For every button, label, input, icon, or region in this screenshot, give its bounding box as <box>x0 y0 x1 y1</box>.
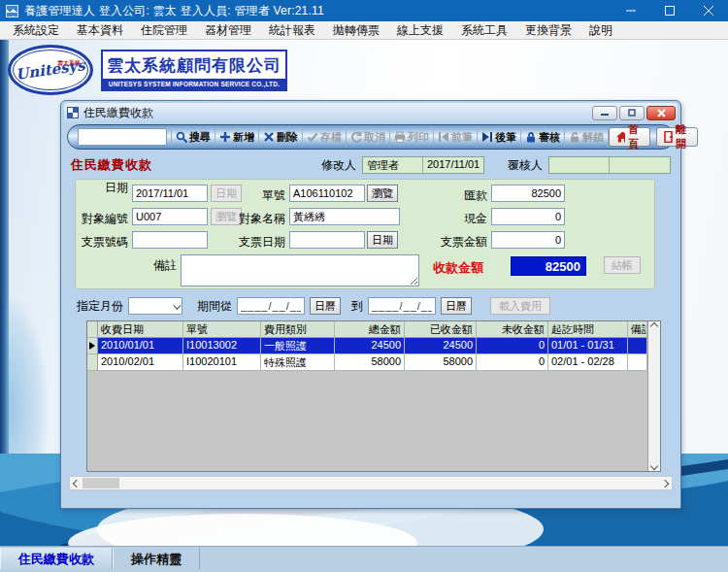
taskbar-tab-wizard[interactable]: 操作精靈 <box>113 548 200 569</box>
client-name-field[interactable] <box>289 208 400 225</box>
menu-item-online-support[interactable]: 線上支援 <box>388 21 452 40</box>
period-from-field[interactable] <box>237 297 305 315</box>
calendar-from-button[interactable]: 日曆 <box>310 297 341 315</box>
memo-field[interactable] <box>181 254 419 286</box>
company-logo: 雲太系統 Unitesys <box>8 45 93 95</box>
dialog-minimize-button[interactable] <box>592 106 617 120</box>
previous-icon <box>438 131 449 143</box>
menu-item-system-settings[interactable]: 系統設定 <box>4 21 68 40</box>
form-header-row: 住民繳費收款 修改人 管理者 2017/11/01 覆核人 <box>71 154 671 176</box>
exit-button[interactable]: 離開 <box>656 127 698 147</box>
menu-item-change-background[interactable]: 更換背景 <box>516 21 580 40</box>
table-row[interactable]: 2010/02/01 I10020101 特殊照護 58000 58000 0 … <box>87 354 647 371</box>
remit-field[interactable] <box>491 185 565 202</box>
next-icon <box>481 131 493 143</box>
check-amount-label: 支票金額 <box>417 234 487 251</box>
total-amount-value: 82500 <box>511 256 586 276</box>
add-button[interactable]: 新增 <box>215 127 259 147</box>
col-header-fee-type[interactable]: 費用類別 <box>261 321 335 338</box>
grid-header-row: 收費日期 單號 費用類別 總金額 已收金額 未收金額 起訖時間 備註 <box>87 321 647 338</box>
grid-gutter-header <box>87 321 98 338</box>
col-header-total[interactable]: 總金額 <box>335 321 405 338</box>
home-button[interactable]: 首頁 <box>609 127 650 147</box>
close-button[interactable] <box>689 0 728 21</box>
horizontal-scrollbar[interactable] <box>69 476 673 490</box>
load-fees-button[interactable]: 載入費用 <box>490 297 550 315</box>
unlock-button[interactable]: 解鎖 <box>565 127 609 147</box>
scroll-down-icon <box>650 462 658 470</box>
menu-item-vouchers[interactable]: 拋轉傳票 <box>324 21 388 40</box>
company-name-zh: 雲太系統顧問有限公司 <box>103 51 285 79</box>
dialog-close-button[interactable] <box>646 106 676 120</box>
maximize-button[interactable] <box>650 0 689 21</box>
app-icon <box>6 5 18 17</box>
home-icon <box>616 131 625 143</box>
menu-item-equipment[interactable]: 器材管理 <box>196 21 260 40</box>
check-date-picker-button[interactable]: 日期 <box>367 231 398 249</box>
cash-field[interactable] <box>491 208 565 225</box>
menu-item-reports[interactable]: 統計報表 <box>260 21 324 40</box>
settle-button[interactable]: 結帳 <box>604 256 641 274</box>
menu-item-admission[interactable]: 住院管理 <box>132 21 196 40</box>
payment-form-panel: 日期 日期 單號 瀏覽 匯款 對象編號 瀏覽 對象名稱 現金 支票號碼 支票日 <box>75 179 655 289</box>
logo-script-text: Unitesys <box>15 56 86 84</box>
save-button[interactable]: 存檔 <box>303 127 347 147</box>
calendar-to-button[interactable]: 日曆 <box>441 297 472 315</box>
window-titlebar: 養護管理達人 登入公司: 雲太 登入人員: 管理者 Ver:21.11 <box>0 0 728 21</box>
delete-button[interactable]: 刪除 <box>259 127 303 147</box>
dialog-titlebar[interactable]: 住民繳費收款 <box>64 103 678 122</box>
exit-door-icon <box>664 131 673 143</box>
menu-item-system-tools[interactable]: 系統工具 <box>452 21 516 40</box>
col-header-period[interactable]: 起訖時間 <box>548 321 628 338</box>
client-id-field[interactable] <box>132 208 208 225</box>
next-record-button[interactable]: 後筆 <box>478 127 521 147</box>
menu-item-help[interactable]: 說明 <box>580 21 621 40</box>
taskbar-tab-payment[interactable]: 住民繳費收款 <box>0 548 113 569</box>
menu-item-basic-data[interactable]: 基本資料 <box>68 21 132 40</box>
dialog-toolbar: 搜尋 新增 刪除 存檔 取消 <box>67 124 675 150</box>
search-button[interactable]: 搜尋 <box>171 127 215 147</box>
memo-label: 備註 <box>115 257 177 274</box>
print-button[interactable]: 列印 <box>390 127 434 147</box>
company-name-en: UNITESYS SYSTEM INFORMATION SERVICE CO.,… <box>103 79 285 89</box>
check-no-field[interactable] <box>132 231 208 249</box>
grid-gutter-cell <box>87 354 98 371</box>
col-header-memo[interactable]: 備註 <box>628 321 647 338</box>
modifier-label: 修改人 <box>321 157 356 174</box>
col-header-doc-no[interactable]: 單號 <box>183 321 261 338</box>
cancel-button[interactable]: 取消 <box>347 127 390 147</box>
cross-icon <box>263 131 275 143</box>
dialog-restore-button[interactable] <box>619 106 645 120</box>
doc-no-field[interactable] <box>289 185 365 202</box>
table-row[interactable]: 2010/01/01 I10013002 一般照護 24500 24500 0 … <box>87 338 647 354</box>
scroll-right-icon <box>661 479 669 487</box>
search-input[interactable] <box>78 128 167 146</box>
period-to-field[interactable] <box>368 297 436 315</box>
scroll-up-icon <box>650 322 658 330</box>
col-header-fee-date[interactable]: 收費日期 <box>98 321 183 338</box>
company-banner: 雲太系統顧問有限公司 UNITESYS SYSTEM INFORMATION S… <box>101 50 287 91</box>
month-select[interactable] <box>128 297 182 315</box>
check-no-label: 支票號碼 <box>76 234 128 251</box>
check-date-field[interactable] <box>289 231 365 249</box>
doc-browse-button[interactable]: 瀏覽 <box>367 185 398 202</box>
scrollbar-thumb[interactable] <box>83 478 119 488</box>
col-header-unreceived[interactable]: 未收金額 <box>477 321 548 338</box>
reviewer-label: 覆核人 <box>508 157 543 174</box>
reviewer-field <box>548 156 671 174</box>
remit-label: 匯款 <box>417 187 487 204</box>
vertical-scrollbar[interactable] <box>647 321 660 471</box>
col-header-received[interactable]: 已收金額 <box>405 321 477 338</box>
brand-area: 雲太系統 Unitesys 雲太系統顧問有限公司 UNITESYS SYSTEM… <box>8 45 287 95</box>
window-title: 養護管理達人 登入公司: 雲太 登入人員: 管理者 Ver:21.11 <box>24 3 324 19</box>
client-id-label: 對象編號 <box>76 211 128 227</box>
client-name-label: 對象名稱 <box>221 211 285 227</box>
taskbar: 住民繳費收款 操作精靈 <box>0 546 728 572</box>
check-amount-field[interactable] <box>491 231 565 249</box>
date-field[interactable] <box>132 185 208 202</box>
audit-button[interactable]: 審核 <box>521 127 565 147</box>
minimize-button[interactable] <box>612 0 650 21</box>
modifier-name: 管理者 <box>363 157 423 173</box>
close-icon <box>704 6 713 16</box>
previous-record-button[interactable]: 前筆 <box>434 127 478 147</box>
